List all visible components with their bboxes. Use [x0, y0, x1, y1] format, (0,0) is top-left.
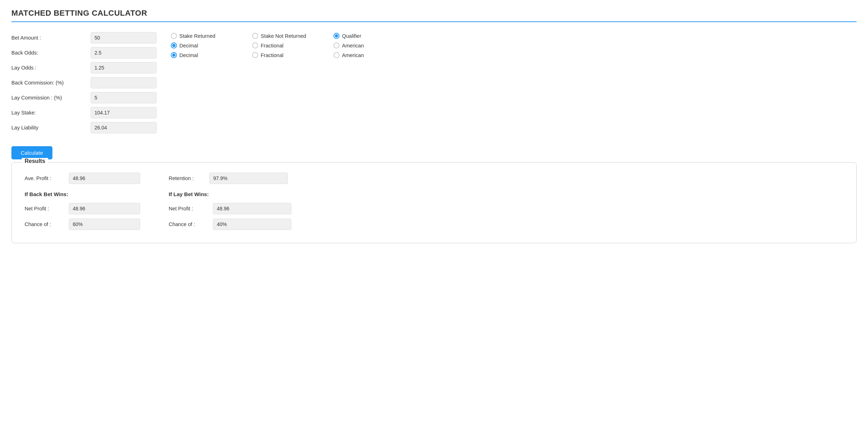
lay-net-profit-row: Net Profit : — [169, 203, 291, 214]
qualifier-label: Qualifier — [342, 33, 361, 39]
ave-profit-label: Ave. Profit : — [25, 175, 64, 181]
back-fractional-radio[interactable] — [252, 42, 258, 48]
lay-decimal-label: Decimal — [179, 52, 198, 58]
stake-returned-label: Stake Returned — [179, 33, 215, 39]
radio-row-3: Decimal Fractional American — [171, 52, 398, 58]
lay-fractional-radio[interactable] — [252, 52, 258, 58]
top-section: Bet Amount : Back Odds: Lay Odds : Back … — [11, 32, 857, 133]
title-divider — [11, 21, 857, 22]
stake-not-returned-label: Stake Not Returned — [261, 33, 306, 39]
lay-stake-row: Lay Stake: — [11, 107, 157, 118]
back-decimal-option[interactable]: Decimal — [171, 42, 235, 48]
lay-american-radio[interactable] — [333, 52, 339, 58]
stake-not-returned-option[interactable]: Stake Not Returned — [252, 33, 316, 39]
lay-chance-row: Chance of : — [169, 219, 291, 230]
back-commission-input[interactable] — [91, 77, 157, 88]
lay-stake-input[interactable] — [91, 107, 157, 118]
stake-returned-option[interactable]: Stake Returned — [171, 33, 235, 39]
lay-commission-row: Lay Commission : (%) — [11, 92, 157, 103]
results-legend: Results — [22, 158, 48, 164]
retention-label: Retention : — [169, 175, 204, 181]
results-cols: If Back Bet Wins: Net Profit : Chance of… — [25, 191, 843, 230]
back-decimal-radio[interactable] — [171, 42, 177, 48]
back-chance-row: Chance of : — [25, 219, 140, 230]
back-american-option[interactable]: American — [333, 42, 398, 48]
back-chance-input[interactable] — [69, 219, 140, 230]
calculate-button[interactable]: Calculate — [11, 146, 52, 159]
lay-bet-col: If Lay Bet Wins: Net Profit : Chance of … — [169, 191, 291, 230]
lay-net-profit-label: Net Profit : — [169, 206, 208, 211]
lay-net-profit-input[interactable] — [213, 203, 291, 214]
back-bet-col: If Back Bet Wins: Net Profit : Chance of… — [25, 191, 140, 230]
stake-not-returned-radio[interactable] — [252, 33, 258, 39]
lay-commission-label: Lay Commission : (%) — [11, 95, 86, 101]
back-commission-row: Back Commission: (%) — [11, 77, 157, 88]
lay-liability-input[interactable] — [91, 122, 157, 133]
lay-chance-label: Chance of : — [169, 221, 208, 227]
radio-section: Stake Returned Stake Not Returned Qualif… — [171, 33, 398, 58]
ave-profit-input[interactable] — [69, 173, 140, 184]
back-bet-title: If Back Bet Wins: — [25, 191, 140, 197]
radio-row-1: Stake Returned Stake Not Returned Qualif… — [171, 33, 398, 39]
back-odds-input[interactable] — [91, 47, 157, 58]
qualifier-radio[interactable] — [333, 33, 339, 39]
lay-commission-input[interactable] — [91, 92, 157, 103]
back-odds-row: Back Odds: — [11, 47, 157, 58]
bet-amount-row: Bet Amount : — [11, 32, 157, 44]
back-decimal-label: Decimal — [179, 43, 198, 48]
back-american-radio[interactable] — [333, 42, 339, 48]
back-fractional-option[interactable]: Fractional — [252, 42, 316, 48]
lay-decimal-option[interactable]: Decimal — [171, 52, 235, 58]
results-section: Results Ave. Profit : Retention : If Bac… — [11, 162, 857, 243]
retention-input[interactable] — [209, 173, 288, 184]
lay-american-option[interactable]: American — [333, 52, 398, 58]
back-net-profit-row: Net Profit : — [25, 203, 140, 214]
retention-row: Retention : — [169, 173, 288, 184]
bet-amount-label: Bet Amount : — [11, 35, 86, 41]
back-commission-label: Back Commission: (%) — [11, 80, 86, 86]
lay-odds-row: Lay Odds : — [11, 62, 157, 73]
results-top-row: Ave. Profit : Retention : — [25, 173, 843, 184]
back-net-profit-label: Net Profit : — [25, 206, 64, 211]
lay-liability-label: Lay Liability — [11, 125, 86, 131]
ave-profit-row: Ave. Profit : — [25, 173, 140, 184]
lay-liability-row: Lay Liability — [11, 122, 157, 133]
radio-row-2: Decimal Fractional American — [171, 42, 398, 48]
back-american-label: American — [342, 43, 364, 48]
bet-amount-input[interactable] — [91, 32, 157, 44]
stake-returned-radio[interactable] — [171, 33, 177, 39]
back-net-profit-input[interactable] — [69, 203, 140, 214]
lay-bet-title: If Lay Bet Wins: — [169, 191, 291, 197]
lay-odds-input[interactable] — [91, 62, 157, 73]
lay-fractional-option[interactable]: Fractional — [252, 52, 316, 58]
lay-fractional-label: Fractional — [261, 52, 284, 58]
qualifier-option[interactable]: Qualifier — [333, 33, 398, 39]
back-odds-label: Back Odds: — [11, 50, 86, 56]
lay-chance-input[interactable] — [213, 219, 291, 230]
lay-decimal-radio[interactable] — [171, 52, 177, 58]
lay-stake-label: Lay Stake: — [11, 110, 86, 116]
lay-odds-label: Lay Odds : — [11, 65, 86, 71]
back-chance-label: Chance of : — [25, 221, 64, 227]
lay-american-label: American — [342, 52, 364, 58]
form-section: Bet Amount : Back Odds: Lay Odds : Back … — [11, 32, 157, 133]
back-fractional-label: Fractional — [261, 43, 284, 48]
page-title: MATCHED BETTING CALCULATOR — [11, 9, 857, 18]
